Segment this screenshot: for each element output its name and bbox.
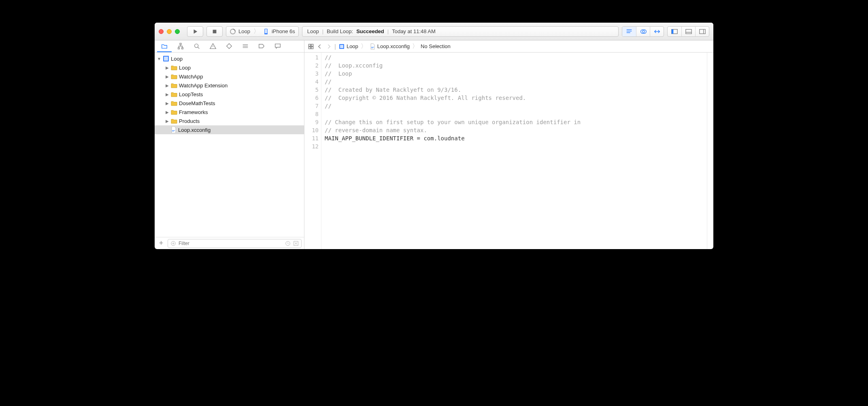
disclosure-triangle-icon[interactable]: ▶ — [165, 110, 169, 114]
back-button[interactable] — [317, 43, 323, 50]
symbol-navigator-tab[interactable] — [173, 41, 188, 52]
file-label: Loop.xcconfig — [178, 127, 211, 133]
breadcrumb-file[interactable]: Loop.xcconfig — [369, 43, 410, 50]
breadcrumb-file-label: Loop.xcconfig — [377, 43, 410, 49]
disclosure-triangle-icon[interactable]: ▶ — [165, 66, 169, 70]
gauge-icon — [242, 42, 249, 50]
breakpoint-navigator-tab[interactable] — [254, 41, 269, 52]
report-navigator-tab[interactable] — [270, 41, 285, 52]
toggle-utilities-button[interactable] — [695, 27, 709, 36]
folder-icon — [171, 91, 177, 97]
status-pipe: | — [322, 28, 323, 34]
source-editor[interactable]: 123456789101112 //// Loop.xcconfig// Loo… — [304, 53, 707, 249]
file-row-selected[interactable]: Loop.xcconfig — [155, 125, 304, 134]
svg-rect-3 — [265, 29, 267, 33]
filter-field[interactable] — [168, 239, 302, 248]
folder-label: LoopTests — [179, 91, 203, 97]
disclosure-triangle-icon[interactable]: ▶ — [165, 74, 169, 79]
scm-filter-icon[interactable] — [293, 241, 299, 246]
folder-label: WatchApp Extension — [179, 82, 228, 89]
breadcrumb-project-label: Loop — [347, 43, 358, 49]
search-icon — [193, 42, 200, 50]
editor-area: 123456789101112 //// Loop.xcconfig// Loo… — [304, 53, 713, 249]
window-controls — [159, 29, 180, 34]
find-navigator-tab[interactable] — [189, 41, 204, 52]
breakpoint-icon — [258, 42, 265, 50]
warning-icon — [209, 42, 217, 50]
run-button[interactable] — [187, 26, 203, 37]
left-panel-icon — [671, 28, 678, 35]
source-code[interactable]: //// Loop.xcconfig// Loop//// Created by… — [321, 53, 581, 249]
project-icon — [163, 55, 169, 62]
svg-rect-25 — [164, 57, 168, 61]
standard-editor-button[interactable] — [622, 27, 636, 36]
folder-icon — [171, 74, 177, 79]
add-button[interactable]: + — [157, 239, 165, 247]
vertical-scrollbar[interactable] — [707, 53, 713, 249]
xcconfig-file-icon — [171, 127, 177, 133]
folder-row[interactable]: ▶DoseMathTests — [155, 99, 304, 108]
breadcrumb-selection[interactable]: No Selection — [421, 43, 451, 49]
svg-rect-10 — [699, 29, 705, 34]
project-navigator-tab[interactable] — [157, 41, 172, 52]
status-result: Succeeded — [356, 28, 384, 34]
workspace-body: ▼ Loop ▶Loop▶WatchApp▶WatchApp Extension… — [155, 53, 713, 249]
related-items-icon[interactable] — [308, 43, 314, 50]
project-icon — [338, 43, 345, 50]
scheme-selector[interactable]: Loop 〉 iPhone 6s — [226, 26, 299, 37]
svg-rect-0 — [213, 30, 217, 33]
toolbar: Loop 〉 iPhone 6s Loop | Build Loop: Succ… — [155, 23, 713, 40]
scheme-device-label: iPhone 6s — [272, 28, 295, 34]
disclosure-triangle-icon[interactable]: ▶ — [165, 92, 169, 97]
project-root-row[interactable]: ▼ Loop — [155, 54, 304, 63]
scope-icon — [170, 241, 176, 246]
svg-rect-14 — [182, 47, 183, 49]
disclosure-triangle-icon[interactable]: ▼ — [157, 57, 161, 61]
svg-rect-26 — [172, 130, 175, 131]
stop-button[interactable] — [206, 26, 223, 37]
folder-icon — [171, 109, 177, 115]
arrows-icon — [653, 28, 661, 35]
folder-row[interactable]: ▶Frameworks — [155, 108, 304, 116]
scheme-separator: 〉 — [253, 27, 260, 35]
toggle-debug-button[interactable] — [681, 27, 695, 36]
venn-icon — [640, 28, 647, 35]
minimize-window-button[interactable] — [167, 29, 172, 34]
project-tree[interactable]: ▼ Loop ▶Loop▶WatchApp▶WatchApp Extension… — [155, 53, 304, 237]
folder-row[interactable]: ▶LoopTests — [155, 90, 304, 99]
folder-icon — [161, 42, 168, 50]
status-time: Today at 11:48 AM — [392, 28, 436, 34]
project-root-label: Loop — [171, 56, 183, 62]
svg-rect-17 — [311, 44, 313, 46]
stop-icon — [212, 29, 217, 34]
scheme-icon — [230, 28, 236, 35]
forward-button[interactable] — [326, 43, 332, 50]
debug-navigator-tab[interactable] — [238, 41, 253, 52]
breadcrumb-project[interactable]: Loop — [338, 43, 358, 50]
folder-icon — [171, 118, 177, 124]
status-app: Loop — [307, 28, 319, 34]
close-window-button[interactable] — [159, 29, 164, 34]
navigator-filter-bar: + — [155, 237, 304, 249]
device-icon — [263, 28, 269, 35]
test-navigator-tab[interactable] — [222, 41, 236, 52]
toggle-navigator-button[interactable] — [668, 27, 681, 36]
disclosure-triangle-icon[interactable]: ▶ — [165, 101, 169, 106]
navigator-tab-row: | Loop 〉 Loop.xcconfig 〉 No Selection — [155, 40, 713, 53]
assistant-editor-button[interactable] — [636, 27, 650, 36]
issue-navigator-tab[interactable] — [206, 41, 220, 52]
disclosure-triangle-icon[interactable]: ▶ — [165, 83, 169, 88]
folder-row[interactable]: ▶Loop — [155, 63, 304, 72]
svg-rect-18 — [308, 47, 311, 49]
play-icon — [192, 29, 198, 34]
activity-status[interactable]: Loop | Build Loop: Succeeded | Today at … — [302, 26, 619, 37]
disclosure-triangle-icon[interactable]: ▶ — [165, 119, 169, 123]
recent-filter-icon[interactable] — [285, 241, 291, 246]
zoom-window-button[interactable] — [175, 29, 180, 34]
svg-rect-12 — [180, 43, 181, 44]
folder-row[interactable]: ▶Products — [155, 116, 304, 125]
folder-row[interactable]: ▶WatchApp Extension — [155, 81, 304, 90]
version-editor-button[interactable] — [650, 27, 664, 36]
folder-row[interactable]: ▶WatchApp — [155, 72, 304, 81]
filter-input[interactable] — [179, 241, 283, 246]
